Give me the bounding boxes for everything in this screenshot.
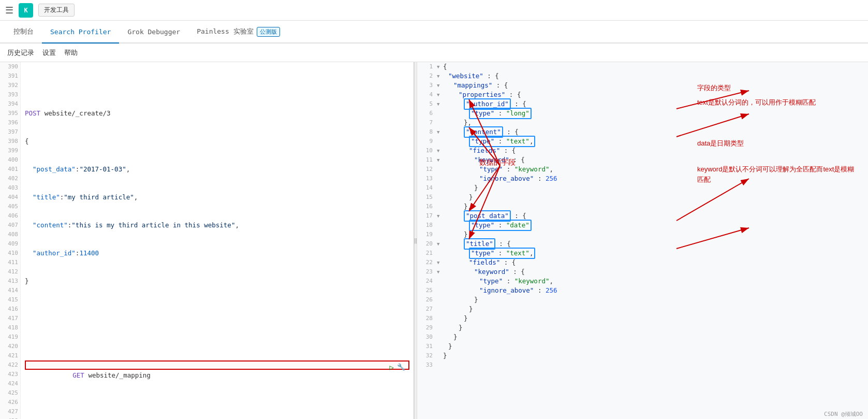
json-line: 2 ▼ "website" : { (421, 71, 864, 81)
json-line: 14 ▼ } (421, 183, 864, 193)
code-line (25, 305, 409, 314)
json-line: 10 ▼ "fields" : { (421, 146, 864, 155)
run-icons: ▷ 🔧 (390, 363, 405, 372)
json-line: 3 ▼ "mappings" : { (421, 81, 864, 90)
json-line: 13 ▼ "ignore_above" : 256 (421, 174, 864, 183)
tab-console[interactable]: 控制台 (5, 21, 42, 44)
json-line: 24 ▼ "type" : "keyword", (421, 277, 864, 286)
code-line (25, 416, 409, 419)
json-line: 11 ▼ "keyword" : { (421, 155, 864, 165)
code-line: "title":"my third article", (25, 193, 409, 202)
json-viewer: 1 ▼ { 2 ▼ "website" : { 3 ▼ "mappings" :… (417, 62, 868, 370)
code-line: { (25, 137, 409, 146)
code-line: } (25, 277, 409, 286)
right-panel: 1 ▼ { 2 ▼ "website" : { 3 ▼ "mappings" :… (417, 62, 868, 419)
code-line: "author_id":11400 (25, 249, 409, 258)
json-line: 12 ▼ "type" : "keyword", (421, 165, 864, 174)
json-line: 23 ▼ "keyword" : { (421, 267, 864, 277)
json-line-type-date: 18 ▼ "type" : "date" (421, 221, 864, 230)
tab-search-profiler[interactable]: Search Profiler (42, 21, 119, 44)
footer: CSDN @倾城OO (824, 409, 863, 419)
code-area: 390 391 392 393 394 395 396 397 398 399 … (0, 62, 414, 419)
json-line: 25 ▼ "ignore_above" : 256 (421, 286, 864, 295)
main-content: 390 391 392 393 394 395 396 397 398 399 … (0, 62, 868, 419)
code-line-selected: GET website/_mapping ▷ 🔧 (25, 360, 409, 370)
help-item[interactable]: 帮助 (64, 48, 78, 57)
logo-icon: K (19, 3, 33, 18)
hamburger-icon[interactable]: ☰ (5, 5, 13, 16)
run-icon[interactable]: ▷ (390, 363, 394, 372)
settings-item[interactable]: 设置 (42, 48, 56, 57)
json-line: 1 ▼ { (421, 62, 864, 71)
dev-tools-button[interactable]: 开发工具 (38, 4, 75, 17)
code-line (25, 333, 409, 342)
json-line: 15 ▼ } (421, 193, 864, 202)
tab-painless[interactable]: Painless 实验室 公测版 (188, 21, 288, 44)
code-line: "post_data":"2017-01-03", (25, 165, 409, 174)
nav-tabs: 控制台 Search Profiler Grok Debugger Painle… (0, 21, 868, 44)
json-line-type-long: 6 ▼ "type" : "long" (421, 109, 864, 118)
wrench-icon[interactable]: 🔧 (397, 363, 405, 372)
code-line: "content":"this is my third article in t… (25, 221, 409, 230)
json-line-title-type: 21 ▼ "type" : "text", (421, 249, 864, 258)
sub-nav: 历史记录 设置 帮助 (0, 44, 868, 62)
editor-panel[interactable]: 390 391 392 393 394 395 396 397 398 399 … (0, 62, 414, 419)
json-line: 31 ▼ } (421, 342, 864, 351)
json-line: 32 ▼ } (421, 351, 864, 360)
json-line: 30 ▼ } (421, 333, 864, 342)
json-line: 26 ▼ } (421, 295, 864, 305)
code-line (25, 388, 409, 398)
json-line: 29 ▼ } (421, 323, 864, 333)
line-numbers: 390 391 392 393 394 395 396 397 398 399 … (0, 62, 21, 419)
code-content[interactable]: POST website/_create/3 { "post_data":"20… (21, 62, 414, 419)
json-line: 28 ▼ } (421, 314, 864, 323)
json-line: 33 ▼ (421, 360, 864, 370)
json-line: 22 ▼ "fields" : { (421, 258, 864, 267)
code-line: POST website/_create/3 (25, 109, 409, 118)
code-line (25, 81, 409, 90)
json-line-type-text: 9 ▼ "type" : "text", (421, 137, 864, 146)
json-line: 27 ▼ } (421, 305, 864, 314)
beta-badge: 公测版 (257, 27, 280, 37)
tab-grok-debugger[interactable]: Grok Debugger (119, 21, 188, 44)
top-bar: ☰ K 开发工具 (0, 0, 868, 21)
history-item[interactable]: 历史记录 (7, 48, 34, 57)
footer-text: CSDN @倾城OO (824, 411, 863, 417)
